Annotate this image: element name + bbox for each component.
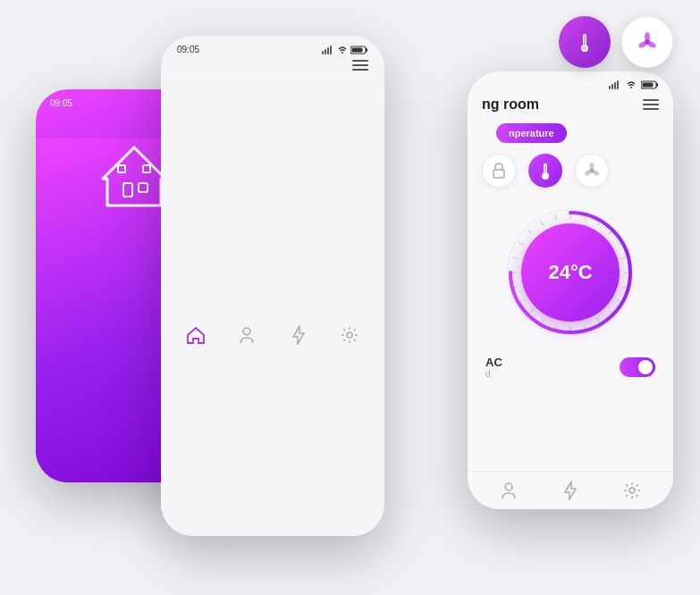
- lock-device-icon[interactable]: [482, 154, 516, 188]
- right-room-title: ng room: [482, 96, 539, 113]
- svg-line-99: [555, 214, 557, 220]
- mid-top-bar: [161, 58, 384, 76]
- right-nav-settings[interactable]: [623, 482, 641, 499]
- thermostat-outer: 24°C: [503, 205, 637, 339]
- right-status-bar: [468, 71, 673, 93]
- ac-toggle[interactable]: [620, 357, 655, 377]
- svg-line-96: [519, 243, 525, 247]
- svg-point-5: [645, 32, 650, 41]
- svg-rect-14: [139, 183, 148, 192]
- thermostat: 24°C: [468, 205, 673, 339]
- right-top-bar: ng room: [468, 93, 673, 116]
- svg-point-57: [243, 328, 250, 335]
- hamburger-menu[interactable]: [352, 60, 368, 71]
- svg-rect-66: [643, 83, 654, 88]
- thermo-float-icon[interactable]: [559, 16, 611, 68]
- svg-point-100: [505, 483, 512, 490]
- nav-home[interactable]: [182, 322, 209, 348]
- svg-rect-62: [617, 80, 619, 89]
- phone-right: ng room nperature: [468, 71, 673, 509]
- svg-rect-15: [118, 165, 125, 172]
- mid-time: 09:05: [177, 45, 199, 54]
- svg-rect-70: [544, 165, 546, 173]
- svg-rect-61: [614, 82, 616, 89]
- svg-point-58: [347, 332, 352, 338]
- svg-line-97: [528, 230, 532, 234]
- svg-point-69: [542, 172, 549, 180]
- svg-point-63: [630, 87, 632, 88]
- svg-point-24: [342, 52, 343, 54]
- right-nav-lightning[interactable]: [563, 481, 578, 500]
- svg-rect-13: [123, 183, 132, 197]
- ac-sub: d: [485, 369, 502, 379]
- left-time: 09:05: [50, 98, 72, 108]
- svg-rect-59: [609, 86, 611, 89]
- fan-device-icon[interactable]: [575, 154, 609, 188]
- nav-person[interactable]: [233, 322, 260, 348]
- fan-float-icon[interactable]: [621, 16, 673, 68]
- svg-rect-21: [325, 49, 326, 54]
- mid-status-bar: 09:05: [161, 36, 384, 58]
- svg-point-101: [629, 488, 635, 493]
- ac-info: AC d: [485, 356, 502, 379]
- svg-point-72: [590, 163, 595, 170]
- floating-icons: [559, 16, 673, 68]
- phone-mid: 09:05 Hello, John!: [161, 36, 384, 536]
- temp-display: 24°C: [521, 223, 620, 322]
- svg-rect-60: [611, 84, 613, 89]
- svg-rect-16: [143, 165, 150, 172]
- mid-bottom-nav: [161, 84, 384, 536]
- temp-value: 24°C: [548, 261, 592, 284]
- temp-tab[interactable]: nperature: [496, 123, 567, 143]
- ac-label: AC: [485, 356, 502, 369]
- svg-rect-26: [366, 48, 367, 52]
- svg-line-95: [512, 257, 518, 259]
- svg-point-3: [583, 46, 587, 51]
- svg-rect-2: [584, 36, 586, 46]
- svg-rect-67: [493, 170, 504, 178]
- right-bottom-nav: [468, 471, 673, 509]
- right-hamburger[interactable]: [643, 99, 659, 110]
- svg-rect-20: [322, 51, 324, 54]
- thermo-device-icon[interactable]: [528, 154, 562, 188]
- ac-row: AC d: [468, 348, 673, 386]
- device-icons: [468, 150, 673, 191]
- nav-settings[interactable]: [336, 322, 363, 348]
- svg-rect-22: [327, 47, 329, 54]
- nav-lightning[interactable]: [285, 322, 312, 348]
- svg-rect-23: [330, 46, 332, 54]
- svg-line-98: [541, 221, 544, 225]
- svg-rect-27: [352, 47, 363, 52]
- svg-rect-65: [656, 83, 658, 87]
- scene: 09:05 SMART HOM EMAIL: [0, 0, 700, 595]
- right-nav-person[interactable]: [500, 482, 518, 499]
